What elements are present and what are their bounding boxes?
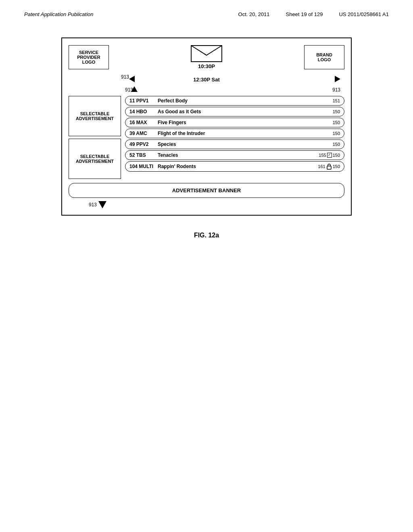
channel-title: Tenacles (158, 152, 317, 158)
lock-icon (326, 163, 332, 170)
diagram-box: SERVICE PROVIDER LOGO 10:30P BRAND LOGO … (61, 37, 352, 216)
nav-row-2: 913 913 (69, 85, 344, 94)
nav-label-913a: 913 (121, 74, 129, 80)
channel-title: As Good as it Gets (158, 109, 332, 114)
publication-date: Oct. 20, 2011 (238, 11, 270, 17)
time-label: 10:30P (198, 63, 215, 69)
channel-badge: 151 (333, 98, 340, 103)
channel-number: 104 MULTI (129, 164, 158, 169)
selectable-advertisement-bottom[interactable]: SELECTABLE ADVERTISEMENT (69, 139, 121, 179)
channel-number: 52 TBS (129, 152, 158, 158)
nav-label-913c: 913 (332, 87, 340, 93)
patent-number: US 2011/0258661 A1 (339, 11, 389, 17)
selectable-advertisement-top[interactable]: SELECTABLE ADVERTISEMENT (69, 96, 121, 136)
time-icon-area: 10:30P (190, 45, 223, 69)
channel-title: Species (158, 141, 332, 147)
nav-row-1: 913 12:30P Sat (69, 73, 344, 85)
figure-caption: FIG. 12a (194, 232, 219, 239)
channel-number: 11 PPV1 (129, 98, 158, 104)
page-header: Patent Application Publication Oct. 20, … (0, 0, 413, 21)
channel-title: Perfect Body (158, 98, 332, 104)
svg-rect-1 (327, 166, 331, 169)
channel-row[interactable]: 39 AMC Flight of the Intruder 150 (125, 129, 344, 138)
nav-date: 12:30P Sat (193, 77, 220, 83)
publication-label: Patent Application Publication (24, 11, 94, 17)
channel-number: 39 AMC (129, 131, 158, 136)
channel-badge: 150 (333, 164, 340, 169)
channel-badge: 150 (333, 120, 340, 125)
channel-row[interactable]: 11 PPV1 Perfect Body 151 (125, 96, 344, 106)
service-provider-logo: SERVICE PROVIDER LOGO (69, 45, 109, 69)
top-bar: SERVICE PROVIDER LOGO 10:30P BRAND LOGO (69, 45, 344, 69)
nav-arrow-left[interactable] (129, 76, 135, 82)
channel-row[interactable]: 52 TBS Tenacles 155 150 (125, 150, 344, 160)
envelope-icon (190, 45, 223, 62)
channel-row[interactable]: 49 PPV2 Species 150 (125, 139, 344, 149)
nav-arrow-down[interactable] (98, 201, 106, 208)
channel-badge: 150 (333, 109, 340, 114)
channel-row[interactable]: 16 MAX Five Fingers 150 (125, 118, 344, 127)
nav-arrow-right[interactable] (335, 76, 340, 82)
main-content: SERVICE PROVIDER LOGO 10:30P BRAND LOGO … (0, 21, 413, 255)
channel-title: Rappin' Rodents (158, 164, 316, 169)
channel-row[interactable]: 14 HBO As Good as it Gets 150 (125, 107, 344, 116)
channel-number: 14 HBO (129, 109, 158, 114)
check-icon (327, 153, 332, 158)
bottom-nav-label: 913 (89, 202, 97, 208)
brand-logo: BRAND LOGO (304, 45, 344, 69)
channel-title: Five Fingers (158, 120, 332, 125)
channel-extra-num: 161 (318, 164, 325, 169)
channel-number: 49 PPV2 (129, 141, 158, 147)
channel-list: 11 PPV1 Perfect Body 151 14 HBO As Good … (125, 96, 344, 179)
channel-badge: 150 (333, 153, 340, 158)
ads-column: SELECTABLE ADVERTISEMENT SELECTABLE ADVE… (69, 96, 121, 179)
channel-row[interactable]: 104 MULTI Rappin' Rodents 161 150 (125, 161, 344, 172)
nav-arrow-up[interactable] (131, 86, 138, 92)
header-right: Oct. 20, 2011 Sheet 19 of 129 US 2011/02… (238, 11, 389, 17)
advertisement-banner[interactable]: ADVERTISEMENT BANNER (69, 183, 344, 198)
svg-rect-0 (191, 46, 222, 62)
channel-badge: 150 (333, 142, 340, 147)
content-split: SELECTABLE ADVERTISEMENT SELECTABLE ADVE… (69, 96, 344, 179)
bottom-arrow-row: 913 (69, 201, 344, 208)
channel-extra-num: 155 (319, 153, 326, 158)
channel-number: 16 MAX (129, 120, 158, 125)
channel-badge: 150 (333, 131, 340, 136)
channel-title: Flight of the Intruder (158, 131, 332, 136)
sheet-info: Sheet 19 of 129 (286, 11, 323, 17)
